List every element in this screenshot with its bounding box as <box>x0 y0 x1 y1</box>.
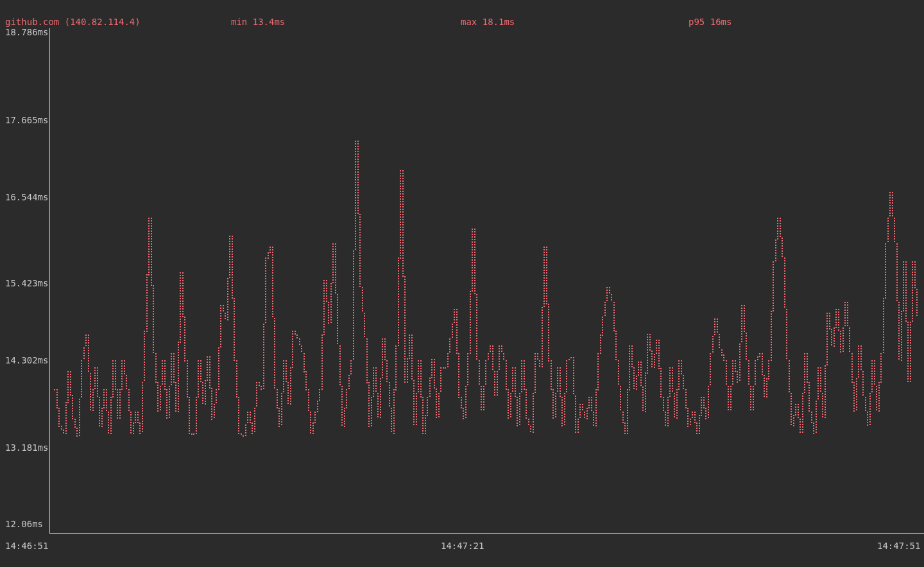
x-axis-line <box>49 533 924 534</box>
y-axis-tick-label: 12.06ms <box>5 519 43 529</box>
p95-latency-label: p95 16ms <box>689 17 732 27</box>
max-latency-label: max 18.1ms <box>461 17 515 27</box>
x-axis-tick-label: 14:46:51 <box>5 541 48 551</box>
x-axis-tick-label: 14:47:51 <box>877 541 920 551</box>
y-axis-tick-label: 18.786ms <box>5 27 48 37</box>
gping-terminal: github.com (140.82.114.4) min 13.4ms max… <box>0 0 924 567</box>
y-axis-tick-label: 15.423ms <box>5 278 48 288</box>
y-axis-tick-label: 16.544ms <box>5 192 48 202</box>
y-axis-line <box>49 28 50 534</box>
target-host-label: github.com (140.82.114.4) <box>5 17 141 27</box>
min-latency-label: min 13.4ms <box>231 17 285 27</box>
latency-graph-canvas <box>0 0 924 567</box>
y-axis-tick-label: 13.181ms <box>5 442 48 453</box>
x-axis-tick-label: 14:47:21 <box>441 541 484 551</box>
y-axis-tick-label: 17.665ms <box>5 115 48 125</box>
y-axis-tick-label: 14.302ms <box>5 355 48 365</box>
